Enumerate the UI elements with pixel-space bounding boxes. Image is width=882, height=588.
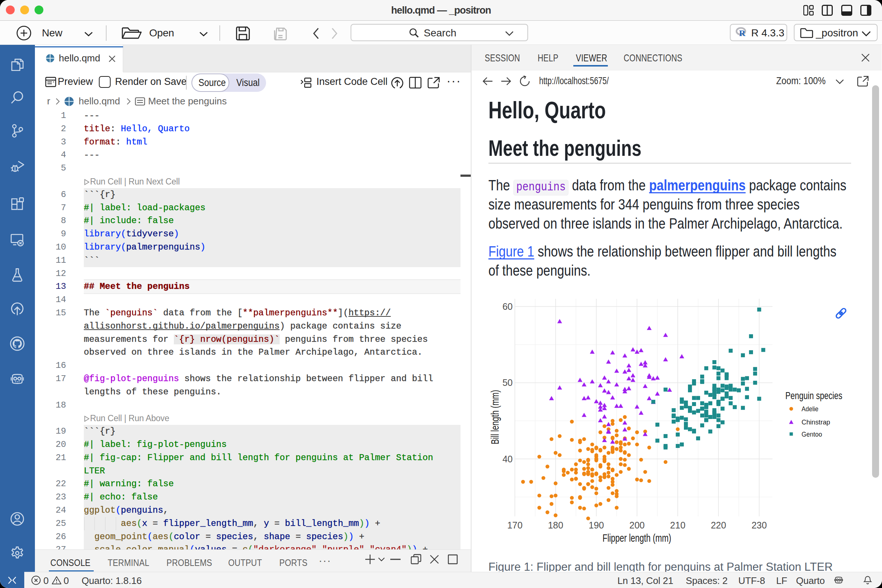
svg-text:Penguin species: Penguin species	[785, 390, 842, 401]
svg-text:210: 210	[670, 520, 686, 530]
svg-text:190: 190	[589, 520, 604, 530]
svg-text:R: R	[739, 28, 746, 37]
svg-text:Gentoo: Gentoo	[801, 430, 822, 438]
svg-text:180: 180	[548, 520, 563, 530]
svg-text:220: 220	[711, 520, 726, 530]
svg-text:Chinstrap: Chinstrap	[801, 418, 830, 426]
svg-text:170: 170	[507, 520, 523, 530]
svg-text:Bill length (mm): Bill length (mm)	[489, 390, 501, 444]
svg-text:200: 200	[630, 520, 645, 530]
svg-text:230: 230	[752, 520, 767, 530]
svg-text:Adelie: Adelie	[801, 405, 818, 413]
svg-text:40: 40	[502, 454, 513, 464]
svg-text:50: 50	[502, 377, 513, 388]
svg-text:Flipper length (mm): Flipper length (mm)	[603, 532, 671, 544]
svg-text:60: 60	[502, 302, 513, 312]
